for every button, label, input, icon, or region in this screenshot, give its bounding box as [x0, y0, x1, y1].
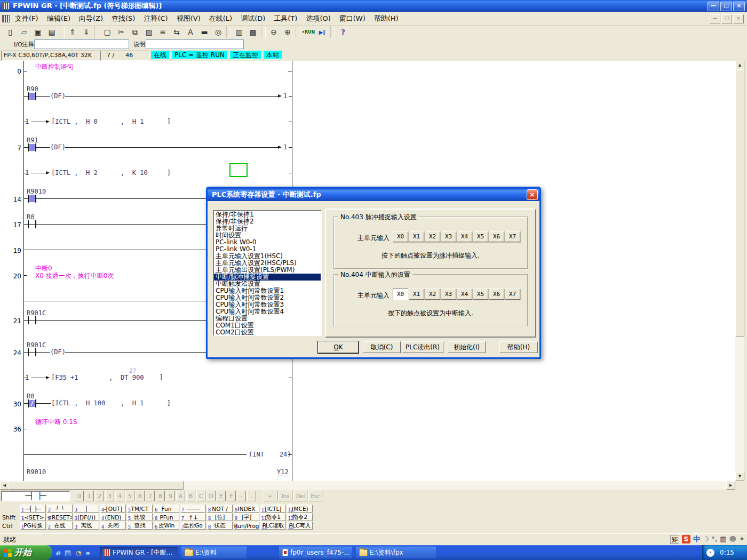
scroll-right-icon[interactable]: ▶ — [726, 481, 735, 490]
menu-item[interactable]: 视图(V) — [172, 13, 205, 25]
function-key[interactable]: 6PFun — [154, 513, 179, 521]
toolbar-button[interactable]: ▱ — [17, 26, 31, 38]
taskbar-button-folder[interactable]: E:\资料 — [181, 547, 247, 558]
toolbar-button[interactable]: ▣ — [31, 26, 45, 38]
tray-icon[interactable]: °, — [712, 535, 718, 543]
df-instruction[interactable]: (DF) — [50, 92, 66, 100]
toolbar-button[interactable]: ▨ — [142, 26, 156, 38]
function-key[interactable]: 2在线 — [47, 522, 73, 530]
x-input-button[interactable]: X7 — [505, 289, 520, 300]
x-input-button[interactable]: X2 — [425, 289, 440, 300]
numeric-key[interactable]: 4 — [115, 491, 124, 501]
function-key[interactable]: 3(DF(/)) — [74, 513, 99, 521]
numeric-key[interactable]: C — [196, 491, 205, 501]
toolbar-button[interactable]: ▶∥ — [315, 26, 329, 38]
edit-key[interactable]: Del — [293, 491, 307, 501]
toolbar-button[interactable]: ▥ — [232, 26, 246, 38]
taskbar-button-folder2[interactable]: E:\资料\fpx — [356, 547, 436, 558]
menu-item[interactable]: 帮助(H) — [370, 13, 403, 25]
register-list-item[interactable]: COM2口设置 — [214, 329, 321, 336]
x-input-button[interactable]: X0 — [393, 231, 408, 242]
toolbar-button[interactable] — [261, 26, 266, 38]
menu-item[interactable]: 选项(O) — [301, 13, 335, 25]
quick-launch-icon[interactable]: e — [55, 549, 60, 557]
mdi-close-icon[interactable]: × — [733, 14, 744, 23]
toolbar-button[interactable]: ▤ — [45, 26, 59, 38]
function-key[interactable]: 2┘ └ — [47, 505, 73, 513]
toolbar-button[interactable]: ✂ — [114, 26, 128, 38]
tray-icon[interactable]: 矩 — [670, 535, 679, 544]
function-key[interactable]: 12指令2 — [287, 513, 313, 521]
function-key[interactable]: 5比较 — [127, 513, 153, 521]
toolbar-button[interactable] — [330, 26, 335, 38]
f35-instruction[interactable]: [F35 +1 , DT 900 ] — [51, 374, 163, 381]
contact-R901C[interactable] — [27, 348, 37, 356]
x-input-button[interactable]: X1 — [409, 289, 424, 300]
menu-item[interactable]: 工具(T) — [269, 13, 301, 25]
function-key[interactable]: 11[ICTL] — [260, 505, 286, 513]
dialog-button[interactable]: OK — [318, 341, 359, 353]
toolbar-button[interactable]: ⧉ — [128, 26, 142, 38]
hide-icons-icon[interactable]: ‹ — [706, 549, 714, 557]
function-key[interactable]: 9[字] — [234, 513, 259, 521]
menu-item[interactable]: 文件(F) — [11, 13, 43, 25]
toolbar-button[interactable]: ⇑ — [66, 26, 80, 38]
menu-item[interactable]: 编辑(E) — [43, 13, 75, 25]
function-key[interactable]: 2-<RESET> — [47, 513, 73, 521]
numeric-key[interactable]: 0 — [75, 491, 84, 501]
function-key[interactable]: 9INDEX — [234, 505, 259, 513]
numeric-key[interactable]: B — [186, 491, 195, 501]
app-titlebar[interactable]: FPWIN GR - [中断测试.fp (符号梯形图编辑)] — □ × — [0, 0, 747, 12]
numeric-key[interactable]: F — [227, 491, 236, 501]
toolbar-button[interactable]: ◎ — [211, 26, 225, 38]
horizontal-scroll-thumb[interactable] — [9, 481, 184, 490]
numeric-key[interactable]: 9 — [166, 491, 175, 501]
toolbar-button[interactable]: ≡ — [156, 26, 170, 38]
numeric-key[interactable]: . — [247, 491, 256, 501]
contact-R91[interactable] — [27, 143, 37, 151]
numeric-key[interactable]: A — [176, 491, 185, 501]
tray-icon[interactable]: ☽ — [703, 535, 709, 543]
menu-item[interactable]: 注释(C) — [139, 13, 172, 25]
x-input-button[interactable]: X4 — [457, 289, 472, 300]
scroll-left-icon[interactable]: ◀ — [0, 481, 9, 490]
horizontal-scrollbar[interactable]: ◀ ▶ — [0, 481, 735, 490]
quick-launch-icon[interactable]: ▤ — [65, 549, 71, 557]
x-input-button[interactable]: X3 — [441, 231, 456, 242]
function-key[interactable]: 1─┤ ├─ — [20, 505, 46, 513]
x-input-button[interactable]: X1 — [409, 231, 424, 242]
function-key[interactable]: 7↑↓ — [180, 513, 206, 521]
toolbar-button[interactable] — [226, 26, 231, 38]
numeric-key[interactable]: 7 — [146, 491, 155, 501]
quick-launch-icon[interactable]: » — [85, 549, 90, 557]
df-instruction[interactable]: (DF) — [50, 348, 66, 356]
function-key[interactable]: 5TM/CT — [127, 505, 153, 513]
mdi-restore-icon[interactable]: □ — [721, 14, 732, 23]
function-key[interactable]: 11指令1 — [260, 513, 286, 521]
contact-R90[interactable] — [27, 92, 37, 100]
toolbar-button[interactable]: ▯ — [3, 26, 17, 38]
numeric-key[interactable]: 1 — [85, 491, 94, 501]
io-comment-input[interactable] — [34, 39, 129, 49]
contact-R0-nc[interactable]: / — [27, 399, 37, 407]
vertical-scrollbar[interactable]: ▲ ▼ — [735, 61, 744, 481]
x-input-button[interactable]: X3 — [441, 289, 456, 300]
menu-item[interactable]: 窗口(W) — [335, 13, 370, 25]
maximize-icon[interactable]: □ — [720, 2, 732, 11]
dialog-titlebar[interactable]: PLC系统寄存器设置 - 中断测试.fp × — [208, 188, 539, 201]
edit-cursor[interactable] — [229, 163, 248, 177]
tray-icon[interactable]: S — [682, 535, 690, 543]
function-key[interactable]: 5查找 — [127, 522, 153, 530]
edit-key[interactable]: Ins — [279, 491, 292, 501]
toolbar-button[interactable] — [94, 26, 99, 38]
x-input-button[interactable]: X6 — [489, 231, 504, 242]
dialog-button[interactable]: 帮助(H) — [499, 341, 538, 353]
toolbar-button[interactable]: ⇆ — [170, 26, 184, 38]
edit-key[interactable]: ↵ — [264, 491, 277, 501]
contact-R901C[interactable] — [27, 316, 37, 324]
quick-launch-icon[interactable]: ◔ — [75, 549, 81, 557]
toolbar-button[interactable]: ⊕ — [281, 26, 295, 38]
x-input-button[interactable]: X4 — [457, 231, 472, 242]
function-key[interactable]: 6次Win — [154, 522, 179, 530]
ictl-instruction[interactable]: [ICTL , H 100 , H 1 ] — [51, 399, 171, 407]
